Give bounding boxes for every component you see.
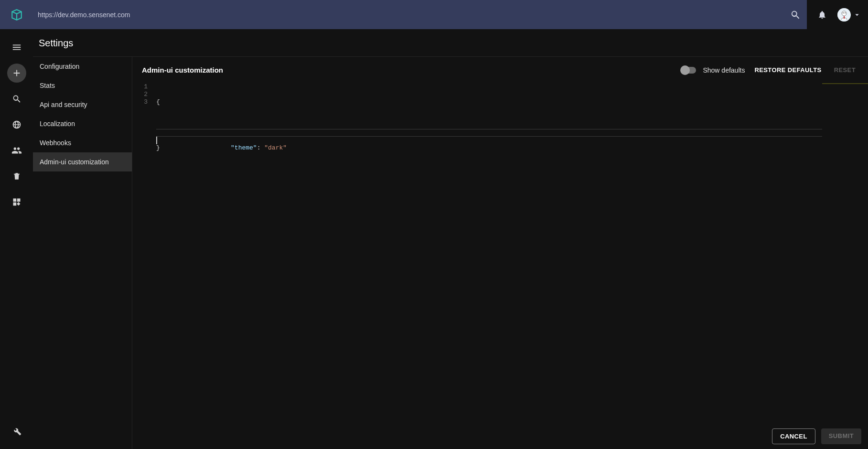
panel-header: Admin-ui customization Show defaults RES…	[132, 57, 868, 80]
wrench-icon	[12, 426, 21, 436]
editor-code[interactable]: { "theme": "dark" }	[150, 83, 822, 449]
cancel-button[interactable]: CANCEL	[772, 428, 815, 444]
settings-item-configuration[interactable]: Configuration	[33, 57, 132, 76]
rail-globe-button[interactable]	[7, 115, 26, 134]
settings-item-stats[interactable]: Stats	[33, 76, 132, 95]
repository-url[interactable]: https://dev.demo.sensenet.com	[38, 11, 130, 19]
menu-button[interactable]	[7, 38, 26, 57]
plus-icon	[11, 68, 22, 78]
code-editor[interactable]: 1 2 3 { "theme": "dark" }	[142, 83, 868, 449]
widgets-icon	[12, 197, 21, 207]
user-avatar[interactable]	[837, 8, 851, 21]
hamburger-icon	[11, 42, 22, 53]
topbar-right	[784, 0, 868, 29]
settings-sidebar: Configuration Stats Api and security Loc…	[33, 57, 132, 449]
submit-button[interactable]: SUBMIT	[821, 428, 861, 444]
main-panel: Admin-ui customization Show defaults RES…	[132, 57, 868, 449]
editor-cursor	[156, 137, 157, 144]
rail-settings-button[interactable]	[7, 421, 26, 440]
current-line-highlight	[156, 129, 822, 137]
settings-item-admin-ui[interactable]: Admin-ui customization	[33, 152, 132, 171]
page: Settings Configuration Stats Api and sec…	[33, 29, 868, 449]
settings-item-webhooks[interactable]: Webhooks	[33, 133, 132, 152]
shell: Settings Configuration Stats Api and sec…	[0, 29, 868, 449]
line-number: 1	[142, 83, 148, 91]
line-number: 2	[142, 91, 148, 98]
topbar-user-area	[807, 0, 868, 29]
users-icon	[11, 145, 22, 156]
editor-minimap[interactable]	[822, 83, 868, 449]
line-number: 3	[142, 98, 148, 106]
logo-icon	[11, 9, 23, 21]
svg-point-1	[842, 11, 847, 16]
search-icon	[790, 10, 801, 20]
topbar: https://dev.demo.sensenet.com	[0, 0, 868, 29]
rail-trash-button[interactable]	[7, 167, 26, 186]
editor-gutter: 1 2 3	[142, 83, 150, 449]
show-defaults-toggle[interactable]	[681, 67, 696, 74]
show-defaults-label: Show defaults	[703, 66, 745, 74]
left-rail	[0, 29, 33, 449]
page-title: Settings	[33, 29, 868, 56]
topbar-search-button[interactable]	[784, 3, 807, 26]
restore-defaults-button[interactable]: RESTORE DEFAULTS	[751, 64, 824, 75]
panel-footer: CANCEL SUBMIT	[772, 428, 861, 444]
settings-item-localization[interactable]: Localization	[33, 114, 132, 133]
notifications-button[interactable]	[811, 3, 834, 26]
globe-icon	[12, 120, 21, 129]
panel-title: Admin-ui customization	[142, 66, 223, 74]
settings-item-api-security[interactable]: Api and security	[33, 95, 132, 114]
code-token: {	[156, 98, 160, 106]
svg-point-3	[845, 12, 846, 13]
bell-icon	[817, 10, 827, 20]
chevron-down-icon[interactable]	[853, 11, 861, 19]
trash-icon	[12, 172, 21, 181]
content-row: Configuration Stats Api and security Loc…	[33, 56, 868, 449]
rail-search-button[interactable]	[7, 89, 26, 108]
add-button[interactable]	[7, 64, 26, 83]
svg-point-2	[843, 12, 844, 13]
code-token: }	[156, 144, 160, 151]
editor-wrap: 1 2 3 { "theme": "dark" }	[132, 80, 868, 449]
app-logo[interactable]	[0, 9, 33, 21]
reset-button[interactable]: RESET	[831, 64, 858, 75]
search-icon	[12, 94, 21, 104]
rail-users-button[interactable]	[7, 141, 26, 160]
rail-widgets-button[interactable]	[7, 192, 26, 212]
